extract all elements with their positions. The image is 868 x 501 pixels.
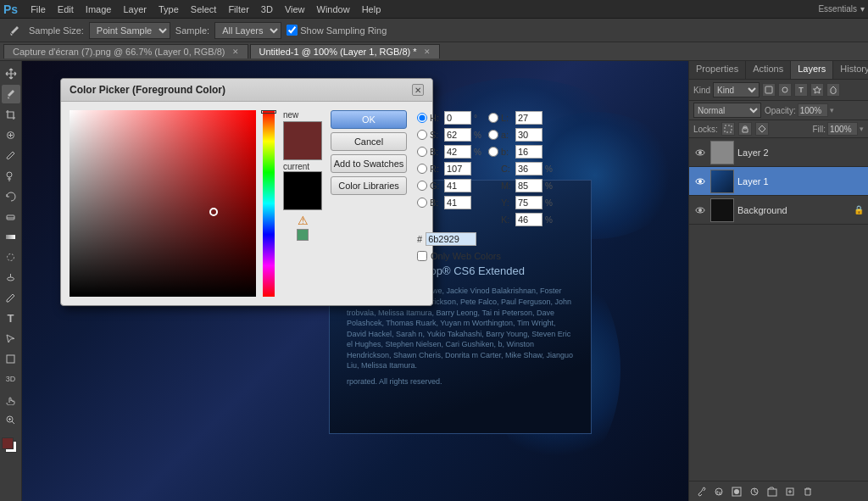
link-layers-btn[interactable] [693,484,709,499]
3d-tool[interactable]: 3D [2,370,20,388]
path-select[interactable] [2,329,20,348]
a-radio[interactable] [488,130,498,140]
menu-select[interactable]: Select [185,3,223,16]
dodge-tool[interactable] [2,268,20,287]
lock-image-btn[interactable] [738,122,752,136]
healing-brush[interactable] [2,125,20,144]
lock-transparent-btn[interactable] [721,122,735,136]
blue-input[interactable] [444,196,471,209]
background-visibility-toggle[interactable] [693,203,707,217]
m-input[interactable] [515,179,542,192]
cancel-button[interactable]: Cancel [331,132,407,151]
layer-item-background[interactable]: Background 🔒 [689,196,868,225]
menu-3d[interactable]: 3D [255,3,279,16]
green-input[interactable] [444,179,471,192]
tab-history[interactable]: History [833,61,868,79]
menu-image[interactable]: Image [80,3,118,16]
green-radio[interactable] [417,181,427,191]
filter-adjust-icon[interactable] [778,83,792,97]
blur-tool[interactable] [2,248,20,266]
ok-button[interactable]: OK [331,110,407,129]
text-tool[interactable]: T [2,309,20,327]
tab1-close[interactable]: ✕ [232,47,239,56]
brightness-radio[interactable] [417,147,427,157]
menu-view[interactable]: View [279,3,311,16]
blend-mode-select[interactable]: Normal [693,103,761,118]
shape-tool[interactable] [2,349,20,368]
pen-tool[interactable] [2,288,20,307]
filter-type-icon[interactable]: T [794,83,808,97]
eyedropper-tool[interactable] [5,21,24,40]
filter-smart-icon[interactable] [826,83,840,97]
sample-select[interactable]: All Layers [214,22,281,39]
menu-window[interactable]: Window [311,3,356,16]
layer-item-layer1[interactable]: Layer 1 [689,167,868,196]
k-input[interactable] [515,213,542,226]
delete-layer-btn[interactable] [800,484,815,499]
tab-layers[interactable]: Layers [791,61,833,79]
brightness-input[interactable] [444,145,471,159]
menu-file[interactable]: File [25,3,52,16]
crop-tool[interactable] [2,105,20,124]
menu-layer[interactable]: Layer [117,3,153,16]
b-lab-input[interactable] [515,145,542,159]
hue-slider-container[interactable] [263,110,275,297]
filter-pixel-icon[interactable] [762,83,776,97]
layer2-visibility-toggle[interactable] [693,146,707,159]
red-input[interactable] [444,162,471,175]
tab-properties[interactable]: Properties [689,61,746,79]
c-input[interactable] [515,162,542,175]
hand-tool[interactable] [2,390,20,409]
b-lab-radio[interactable] [488,147,498,157]
opacity-input[interactable]: 100% [798,103,828,117]
kind-select[interactable]: Kind [713,82,760,97]
add-mask-btn[interactable] [729,484,744,499]
sample-size-select[interactable]: Point Sample [89,22,170,39]
saturation-input[interactable] [444,128,471,142]
eyedropper-tool-sidebar[interactable] [2,85,20,103]
add-adjustment-btn[interactable] [747,484,762,499]
only-web-colors-checkbox[interactable] [417,251,427,261]
filter-shape-icon[interactable] [810,83,824,97]
essentials-btn[interactable]: Essentials [818,4,857,14]
fill-input[interactable]: 100% [827,122,858,136]
new-layer-btn[interactable] [782,484,798,499]
zoom-tool[interactable] [2,410,20,429]
eraser-tool[interactable] [2,207,20,225]
history-brush[interactable] [2,186,20,205]
layer1-visibility-toggle[interactable] [693,175,707,188]
tab2-close[interactable]: ✕ [424,47,431,56]
hex-input[interactable]: 6b2929 [426,232,476,246]
show-sampling-ring-toggle[interactable]: Show Sampling Ring [287,25,387,36]
menu-help[interactable]: Help [356,3,387,16]
saturation-radio[interactable] [417,130,427,140]
add-style-btn[interactable]: fx [711,484,726,499]
hue-input[interactable] [444,111,471,125]
lock-position-btn[interactable] [755,122,769,136]
hue-radio[interactable] [417,113,427,123]
tab-document1[interactable]: Capture d'écran (7).png @ 66.7% (Layer 0… [3,44,248,58]
tab-actions[interactable]: Actions [746,61,791,79]
brush-tool[interactable] [2,146,20,164]
menu-edit[interactable]: Edit [52,3,80,16]
l-input[interactable] [515,111,542,125]
saturation-brightness-box[interactable] [70,110,256,297]
move-tool[interactable] [2,64,20,83]
y-input[interactable] [515,196,542,209]
color-libraries-button[interactable]: Color Libraries [331,176,407,195]
red-radio[interactable] [417,164,427,174]
foreground-color[interactable] [2,437,14,449]
add-to-swatches-button[interactable]: Add to Swatches [331,154,407,173]
clone-stamp[interactable] [2,166,20,185]
close-icon[interactable]: ✕ [412,84,424,96]
tab-document2[interactable]: Untitled-1 @ 100% (Layer 1, RGB/8) * ✕ [250,44,440,58]
blue-radio[interactable] [417,198,427,208]
a-input[interactable] [515,128,542,142]
gradient-tool[interactable] [2,227,20,246]
menu-filter[interactable]: Filter [222,3,254,16]
menu-type[interactable]: Type [153,3,185,16]
create-group-btn[interactable] [765,484,780,499]
l-radio[interactable] [488,113,498,123]
warning-swatch[interactable] [297,229,309,241]
layer-item-layer2[interactable]: Layer 2 [689,138,868,167]
